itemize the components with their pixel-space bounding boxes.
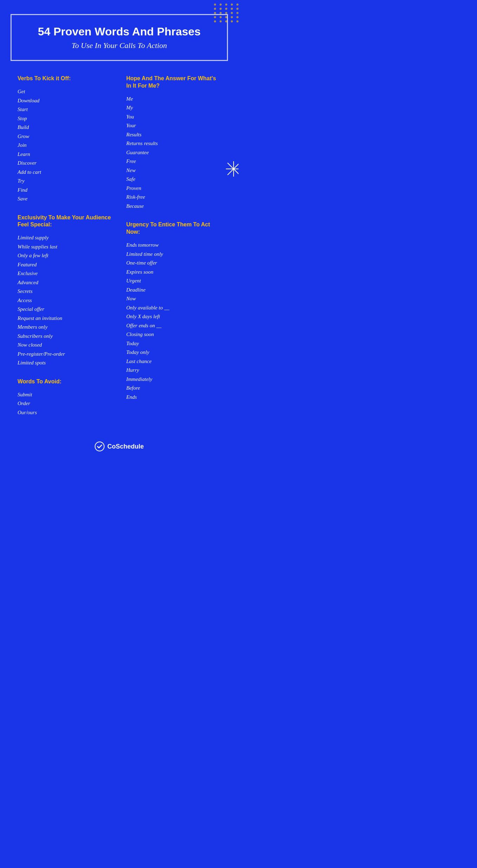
section-exclusivity: Exclusivity To Make Your Audience Feel S… [18, 214, 112, 368]
list-item: Safe [126, 175, 221, 184]
list-item: Deadline [126, 286, 221, 295]
list-item: Proven [126, 184, 221, 193]
header-box: 54 Proven Words And Phrases To Use In Yo… [11, 14, 228, 61]
star-decoration-icon [225, 160, 238, 180]
list-item: Members only [18, 323, 112, 332]
list-item: Before [126, 384, 221, 393]
section-hope-title: Hope And The Answer For What's In It For… [126, 75, 221, 90]
list-item: Pre-register/Pre-order [18, 350, 112, 359]
list-item: While supplies last [18, 242, 112, 252]
left-column: Verbs To Kick it Off: Get Download Start… [18, 75, 112, 428]
list-item: Access [18, 296, 112, 305]
list-item: Join [18, 141, 112, 150]
section-urgency: Urgency To Entice Them To Act Now: Ends … [126, 221, 221, 402]
section-urgency-title: Urgency To Entice Them To Act Now: [126, 221, 221, 236]
list-item: Exclusive [18, 269, 112, 278]
section-avoid-title: Words To Avoid: [18, 378, 112, 385]
list-item: Try [18, 177, 112, 186]
list-item: Limited supply [18, 233, 112, 242]
header-title: 54 Proven Words And Phrases [19, 25, 220, 38]
list-item: Featured [18, 260, 112, 269]
list-item: One-time offer [126, 259, 221, 268]
list-item: Ends [126, 393, 221, 402]
list-item: New [126, 166, 221, 175]
list-item: Build [18, 123, 112, 132]
section-exclusivity-title: Exclusivity To Make Your Audience Feel S… [18, 214, 112, 229]
list-item: Limited spots [18, 358, 112, 368]
list-item: Get [18, 87, 112, 96]
list-item: Free [126, 157, 221, 166]
section-verbs-list: Get Download Start Stop Build Grow Join … [18, 87, 112, 204]
list-item: Urgent [126, 276, 221, 286]
list-item: Now closed [18, 341, 112, 350]
list-item: Advanced [18, 278, 112, 287]
svg-point-4 [95, 442, 104, 451]
list-item: Limited time only [126, 250, 221, 259]
header-subtitle: To Use In Your Calls To Action [19, 41, 220, 50]
list-item: Grow [18, 132, 112, 141]
list-item: Download [18, 96, 112, 105]
footer-brand-name: CoSchedule [107, 443, 144, 450]
section-urgency-list: Ends tomorrow Limited time only One-time… [126, 241, 221, 402]
list-item: Stop [18, 114, 112, 123]
list-item: Returns results [126, 139, 221, 148]
list-item: Because [126, 202, 221, 211]
list-item: Me [126, 95, 221, 104]
list-item: Expires soon [126, 268, 221, 277]
content-columns: Verbs To Kick it Off: Get Download Start… [11, 75, 228, 428]
section-avoid: Words To Avoid: Submit Order Our/ours [18, 378, 112, 417]
list-item: Secrets [18, 287, 112, 296]
list-item: Only a few left [18, 251, 112, 260]
list-item: Only available to __ [126, 303, 221, 313]
list-item: Your [126, 121, 221, 130]
list-item: Find [18, 186, 112, 195]
list-item: My [126, 103, 221, 112]
list-item: Today only [126, 348, 221, 357]
list-item: Hurry [126, 366, 221, 375]
list-item: Request an invitation [18, 314, 112, 323]
section-hope: Hope And The Answer For What's In It For… [126, 75, 221, 211]
list-item: Special offer [18, 305, 112, 314]
list-item: Order [18, 399, 112, 408]
list-item: Risk-free [126, 193, 221, 202]
section-hope-list: Me My You Your Results Returns results G… [126, 95, 221, 211]
list-item: Learn [18, 150, 112, 159]
list-item: Discover [18, 159, 112, 168]
list-item: Save [18, 194, 112, 204]
section-verbs-title: Verbs To Kick it Off: [18, 75, 112, 82]
list-item: Submit [18, 390, 112, 399]
list-item: Now [126, 294, 221, 303]
list-item: Ends tomorrow [126, 241, 221, 250]
list-item: Offer ends on __ [126, 321, 221, 330]
list-item: Subscribers only [18, 332, 112, 341]
page-wrapper: 54 Proven Words And Phrases To Use In Yo… [0, 0, 238, 472]
list-item: Only X days left [126, 312, 221, 321]
section-exclusivity-list: Limited supply While supplies last Only … [18, 233, 112, 368]
list-item: Immediately [126, 375, 221, 384]
list-item: Last chance [126, 357, 221, 366]
right-column: Hope And The Answer For What's In It For… [126, 75, 221, 428]
list-item: Guarantee [126, 148, 221, 157]
list-item: Today [126, 339, 221, 348]
list-item: Our/ours [18, 408, 112, 417]
list-item: Start [18, 105, 112, 114]
footer: CoSchedule [11, 442, 228, 451]
list-item: Results [126, 130, 221, 139]
list-item: You [126, 112, 221, 122]
section-avoid-list: Submit Order Our/ours [18, 390, 112, 417]
coschedule-logo-icon [95, 442, 105, 451]
list-item: Add to cart [18, 168, 112, 177]
list-item: Closing soon [126, 330, 221, 339]
section-verbs: Verbs To Kick it Off: Get Download Start… [18, 75, 112, 203]
